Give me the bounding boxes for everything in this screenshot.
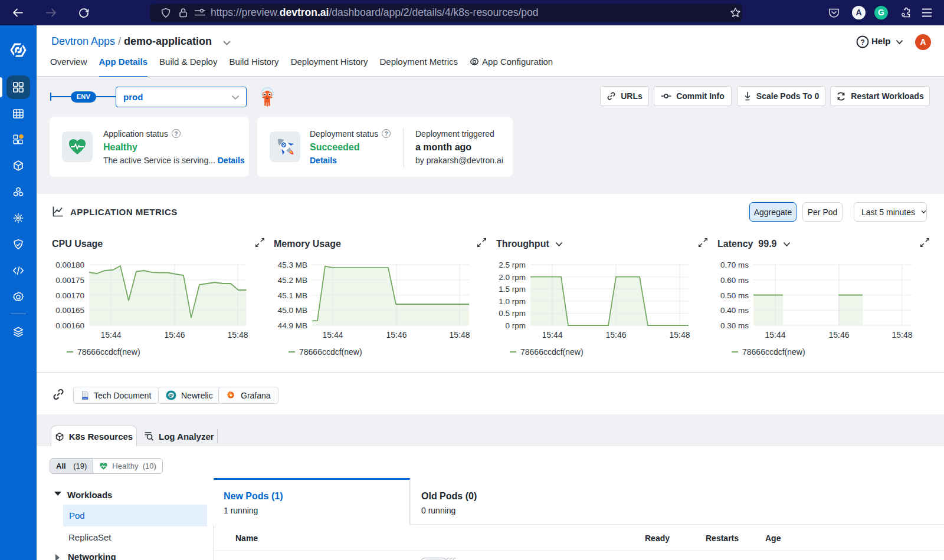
svg-text:0.40 ms: 0.40 ms [720,306,749,315]
svg-text:15:48: 15:48 [449,330,470,340]
svg-text:78666ccdcf(new): 78666ccdcf(new) [520,347,584,357]
svg-text:0.30 ms: 0.30 ms [720,321,749,330]
svg-text:15:46: 15:46 [386,330,407,340]
svg-text:15:44: 15:44 [542,330,562,340]
svg-text:15:44: 15:44 [765,330,785,340]
svg-text:2.0 rpm: 2.0 rpm [499,273,526,282]
svg-text:0.70 ms: 0.70 ms [720,261,749,269]
svg-text:45.0 MB: 45.0 MB [278,306,307,315]
svg-text:0.60 ms: 0.60 ms [720,276,749,285]
svg-text:45.2 MB: 45.2 MB [278,276,307,285]
svg-text:0.00180: 0.00180 [55,261,84,269]
svg-text:15:48: 15:48 [891,330,912,340]
svg-text:78666ccdcf(new): 78666ccdcf(new) [742,347,805,357]
svg-text:0.00170: 0.00170 [55,291,84,300]
svg-text:1.0 rpm: 1.0 rpm [499,297,526,306]
svg-text:0.00175: 0.00175 [55,276,84,285]
svg-text:15:48: 15:48 [227,330,248,340]
svg-text:78666ccdcf(new): 78666ccdcf(new) [299,347,362,357]
svg-text:2.5 rpm: 2.5 rpm [499,261,526,269]
svg-text:78666ccdcf(new): 78666ccdcf(new) [77,347,140,357]
svg-text:15:46: 15:46 [828,330,849,340]
svg-text:0.00165: 0.00165 [55,306,84,315]
svg-text:45.1 MB: 45.1 MB [278,291,307,300]
svg-text:0.50 ms: 0.50 ms [720,291,749,300]
svg-text:45.3 MB: 45.3 MB [278,261,307,269]
svg-text:1.5 rpm: 1.5 rpm [499,285,526,294]
svg-text:?: ? [860,38,865,47]
svg-text:44.9 MB: 44.9 MB [278,321,307,330]
svg-text:0.5 rpm: 0.5 rpm [499,309,526,318]
svg-text:15:44: 15:44 [100,330,121,340]
svg-text:0.00160: 0.00160 [55,321,84,330]
svg-text:15:44: 15:44 [322,330,343,340]
svg-text:15:46: 15:46 [164,330,185,340]
svg-text:15:48: 15:48 [669,330,690,340]
svg-text:15:46: 15:46 [605,330,626,340]
svg-text:0 rpm: 0 rpm [505,321,526,330]
